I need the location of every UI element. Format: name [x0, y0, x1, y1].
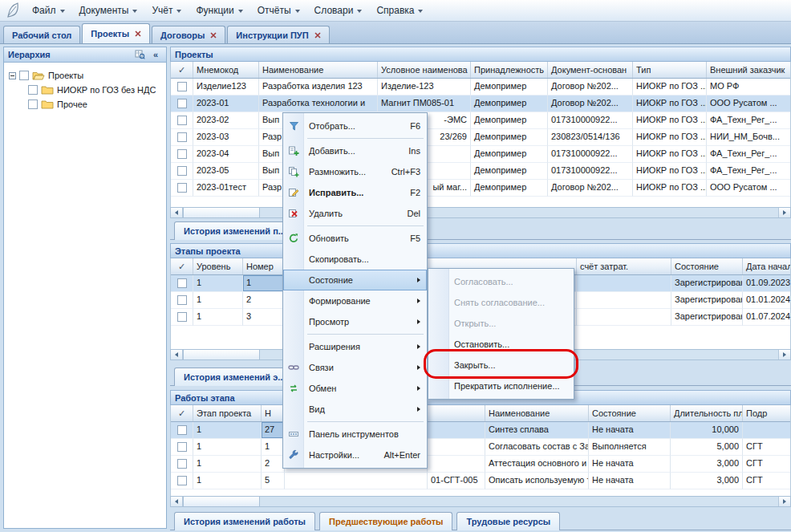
table-cell[interactable]: НИОКР по ГОЗ ... — [633, 79, 707, 95]
table-cell[interactable] — [577, 292, 671, 309]
tree-item[interactable]: Проекты — [4, 68, 166, 83]
document-tab[interactable]: Рабочий стол — [3, 26, 80, 43]
column-header[interactable]: Подр — [743, 405, 791, 421]
table-cell[interactable]: Изделие123 — [193, 79, 259, 95]
table-cell[interactable]: 2023-01тест — [193, 180, 259, 197]
row-select-cell[interactable] — [171, 79, 193, 95]
table-cell[interactable]: Демопример — [471, 95, 548, 112]
context-menu-item[interactable]: Исправить...F2 — [283, 182, 427, 203]
table-cell[interactable]: Зарегистрирован — [671, 275, 743, 292]
table-cell[interactable]: НИОКР по ГОЗ ... — [633, 180, 707, 197]
row-select-cell[interactable] — [171, 292, 193, 309]
table-cell[interactable]: НИИ_НМ_Бочв... — [707, 129, 791, 146]
table-row[interactable]: 2023-02Вып-ЭМСДемопример017310000922...Н… — [171, 112, 791, 129]
close-tab-icon[interactable] — [135, 29, 141, 39]
column-header[interactable]: Номер — [243, 258, 285, 274]
table-cell[interactable]: Магнит ПМ085-01 — [378, 95, 471, 112]
table-cell[interactable]: Разработка изделия 123 — [259, 79, 378, 95]
select-all-column-header[interactable]: ✓ — [171, 405, 193, 421]
scroll-right-button[interactable] — [778, 350, 790, 359]
context-menu-item[interactable]: Вид — [283, 399, 427, 420]
table-cell[interactable] — [577, 309, 671, 326]
table-cell[interactable]: Демопример — [471, 79, 548, 95]
table-cell[interactable]: ООО Русатом ... — [707, 180, 791, 197]
scroll-right-button[interactable] — [778, 208, 790, 217]
table-cell[interactable]: 2 — [262, 456, 285, 473]
row-checkbox[interactable] — [177, 132, 187, 142]
table-cell[interactable]: 01.09.2023 — [743, 275, 791, 292]
row-checkbox[interactable] — [177, 442, 187, 452]
table-cell[interactable]: 2023-02 — [193, 112, 259, 129]
table-cell[interactable]: 3 — [243, 309, 285, 326]
table-cell[interactable]: Демопример — [471, 112, 548, 129]
table-cell[interactable]: 3,000 — [671, 473, 743, 489]
table-cell[interactable]: 1 — [193, 309, 243, 326]
table-cell[interactable]: 2023-03 — [193, 129, 259, 146]
table-cell[interactable] — [428, 456, 485, 473]
column-header[interactable]: Наименование — [259, 62, 378, 78]
menubar-item[interactable]: Отчёты — [250, 0, 307, 21]
row-select-cell[interactable] — [171, 146, 193, 163]
table-cell[interactable]: 27 — [262, 422, 285, 439]
table-cell[interactable]: Выполняется — [589, 439, 671, 456]
table-row[interactable]: 2023-05ВыпДемопример017310000922...НИОКР… — [171, 163, 791, 180]
table-cell[interactable]: Договор №202... — [548, 95, 633, 112]
table-cell[interactable]: 017310000922... — [548, 112, 633, 129]
row-checkbox[interactable] — [177, 459, 187, 469]
table-row[interactable]: 1501-СГТ-005Описать используемую техноло… — [171, 473, 791, 489]
table-cell[interactable]: 1 — [243, 275, 285, 292]
table-cell[interactable]: 1 — [193, 473, 262, 489]
table-cell[interactable]: ООО Русатом ... — [707, 95, 791, 112]
row-checkbox[interactable] — [177, 425, 187, 435]
column-header[interactable]: Мнемокод — [193, 62, 259, 78]
select-all-column-header[interactable]: ✓ — [171, 258, 193, 274]
grid-search-button[interactable] — [133, 49, 146, 60]
scrollbar-thumb[interactable] — [183, 350, 260, 359]
table-cell[interactable]: 01-СГТ-005 — [428, 473, 485, 489]
column-header[interactable]: Длительность план — [671, 405, 743, 421]
context-menu-item[interactable]: Обмен — [283, 378, 427, 399]
table-cell[interactable]: 10,000 — [671, 422, 743, 439]
context-menu-item[interactable]: Состояние — [283, 270, 427, 290]
tab-history-project-changes[interactable]: История изменений п... — [174, 221, 295, 240]
scrollbar-thumb[interactable] — [183, 497, 260, 506]
column-header[interactable]: Условное наименова — [378, 62, 471, 78]
table-cell[interactable]: Демопример — [471, 146, 548, 163]
row-checkbox[interactable] — [177, 116, 187, 125]
row-checkbox[interactable] — [177, 476, 187, 485]
table-cell[interactable]: 230823/0514/136 — [548, 129, 633, 146]
table-cell[interactable]: 2023-04 — [193, 146, 259, 163]
row-checkbox[interactable] — [177, 82, 187, 91]
table-cell[interactable]: НИОКР по ГОЗ ... — [633, 112, 707, 129]
row-select-cell[interactable] — [171, 95, 193, 112]
table-cell[interactable]: 1 — [193, 456, 262, 473]
table-cell[interactable]: Изделие-123 — [378, 79, 471, 95]
menubar-item[interactable]: Словари — [307, 0, 370, 21]
scroll-left-button[interactable] — [171, 497, 183, 506]
column-header[interactable]: Тип — [633, 62, 707, 78]
table-cell[interactable]: НИОКР по ГОЗ ... — [633, 163, 707, 180]
tree-item[interactable]: НИОКР по ГОЗ без НДС — [4, 83, 166, 97]
table-cell[interactable]: 5,000 — [671, 439, 743, 456]
column-header[interactable]: Этап проекта — [193, 405, 262, 421]
tree-checkbox[interactable] — [28, 85, 38, 95]
menubar-item[interactable]: Функции — [189, 0, 249, 21]
row-checkbox[interactable] — [177, 312, 187, 322]
table-cell[interactable]: 5 — [262, 473, 285, 489]
works-h-scrollbar[interactable] — [170, 496, 791, 507]
table-cell[interactable] — [428, 422, 485, 439]
document-tab[interactable]: Договоры — [152, 26, 225, 43]
table-cell[interactable]: Зарегистрирован — [671, 292, 743, 309]
context-menu-item[interactable]: Скопировать... — [283, 249, 427, 270]
row-select-cell[interactable] — [171, 112, 193, 129]
projects-h-scrollbar[interactable] — [170, 207, 791, 218]
bottom-tab[interactable]: История изменений работы — [174, 512, 315, 530]
table-cell[interactable]: 1 — [193, 292, 243, 309]
table-cell[interactable]: 017310000922... — [548, 146, 633, 163]
table-row[interactable]: Изделие123Разработка изделия 123Изделие-… — [171, 79, 791, 95]
row-checkbox[interactable] — [177, 99, 187, 108]
column-header[interactable]: счёт затрат. — [577, 258, 671, 274]
column-header[interactable]: Документ-основан — [548, 62, 633, 78]
scroll-left-button[interactable] — [171, 350, 183, 359]
column-header[interactable]: Наименование — [485, 405, 589, 421]
